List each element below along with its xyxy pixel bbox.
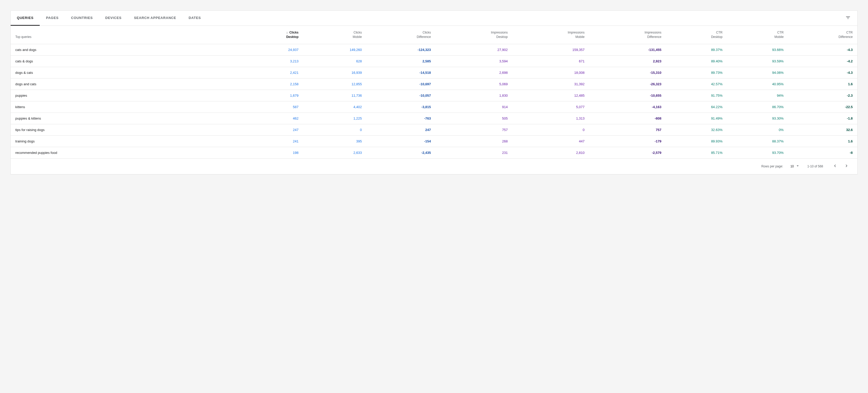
query-text: dogs and cats [15,82,36,86]
query-cell[interactable]: cats and dogs [11,44,240,55]
metric-cell: 268 [436,135,513,147]
query-text: tips for raising dogs [15,128,44,132]
query-cell[interactable]: puppies & kittens [11,113,240,124]
query-cell[interactable]: tips for raising dogs [11,124,240,135]
query-cell[interactable]: training dogs [11,135,240,147]
metric-cell: 757 [589,124,666,135]
column-header-label: Top queries [15,35,235,39]
queries-table-scroll[interactable]: Top queries↓ClicksDesktopClicksMobileCli… [11,26,857,159]
metric-cell: 11,736 [303,90,367,101]
metric-cell: 231 [436,147,513,158]
metric-cell: 32.63% [666,124,727,135]
column-header-line2: Mobile [732,35,783,39]
table-row: cats & dogs3,2136282,5853,5946712,92389.… [11,55,857,67]
query-text: puppies [15,93,27,97]
query-cell[interactable]: puppies [11,90,240,101]
table-row: puppies1,67911,736-10,0571,83012,485-10,… [11,90,857,101]
query-cell[interactable]: recommended puppies food [11,147,240,158]
column-header-line2: Mobile [517,35,585,39]
metric-cell: 24,937 [240,44,303,55]
query-cell[interactable]: cats & dogs [11,55,240,67]
metric-cell: 247 [367,124,436,135]
query-cell[interactable]: dogs and cats [11,78,240,90]
metric-cell: 2,810 [513,147,589,158]
column-header[interactable]: CTRDifference [788,26,857,44]
tab-search-appearance[interactable]: SEARCH APPEARANCE [128,11,183,26]
metric-cell: -2,579 [589,147,666,158]
tab-devices[interactable]: DEVICES [99,11,128,26]
metric-cell: 2,923 [589,55,666,67]
table-row: training dogs241395-154268447-17989.93%8… [11,135,857,147]
column-header-line1: Clicks [308,30,362,35]
metric-cell: 0% [727,124,788,135]
column-header[interactable]: ↓ClicksDesktop [240,26,303,44]
prev-page-button[interactable] [830,162,840,171]
tab-queries[interactable]: QUERIES [11,11,40,26]
column-header[interactable]: CTRMobile [727,26,788,44]
query-text: cats & dogs [15,59,33,63]
metric-cell: 0 [513,124,589,135]
metric-cell: -2.3 [788,90,857,101]
metric-cell: 2,698 [436,67,513,78]
metric-cell: 198 [240,147,303,158]
filter-list-icon [845,15,850,21]
table-row: recommended puppies food1982,633-2,43523… [11,147,857,158]
metric-cell: -763 [367,113,436,124]
query-text: training dogs [15,139,34,143]
sort-descending-icon: ↓ [286,30,288,35]
metric-cell: 247 [240,124,303,135]
filter-button[interactable] [843,13,853,23]
query-cell[interactable]: dogs & cats [11,67,240,78]
metric-cell: 32.6 [788,124,857,135]
metric-cell: -4,163 [589,101,666,113]
column-header[interactable]: ImpressionsMobile [513,26,589,44]
metric-cell: 671 [513,55,589,67]
column-header[interactable]: ClicksMobile [303,26,367,44]
metric-cell: 18,008 [513,67,589,78]
column-header[interactable]: CTRDesktop [666,26,727,44]
query-cell[interactable]: kittens [11,101,240,113]
column-header[interactable]: ClicksDifference [367,26,436,44]
table-row: dogs and cats2,15812,855-10,6975,06931,3… [11,78,857,90]
metric-cell: 395 [303,135,367,147]
metric-cell: 88.37% [727,135,788,147]
metric-cell: -14,518 [367,67,436,78]
metric-cell: -10,057 [367,90,436,101]
metric-cell: 447 [513,135,589,147]
tab-dates[interactable]: DATES [183,11,207,26]
metric-cell: 159,357 [513,44,589,55]
metric-cell: 3,213 [240,55,303,67]
tab-pages[interactable]: PAGES [40,11,65,26]
column-header-line2: Mobile [308,35,362,39]
metric-cell: 505 [436,113,513,124]
tab-countries[interactable]: COUNTRIES [65,11,99,26]
column-header[interactable]: Top queries [11,26,240,44]
metric-cell: -3,815 [367,101,436,113]
rows-per-page-select[interactable]: 10 [790,164,800,169]
column-header[interactable]: ImpressionsDifference [589,26,666,44]
rows-per-page-value: 10 [790,165,794,168]
metric-cell: 149,260 [303,44,367,55]
query-text: recommended puppies food [15,151,57,155]
metric-cell: 1,830 [436,90,513,101]
performance-report-card: QUERIESPAGESCOUNTRIESDEVICESSEARCH APPEA… [10,10,858,174]
metric-cell: -8 [788,147,857,158]
metric-cell: 91.75% [666,90,727,101]
metric-cell: 4,402 [303,101,367,113]
metric-cell: -26,323 [589,78,666,90]
next-page-button[interactable] [842,162,851,171]
metric-cell: -1.8 [788,113,857,124]
metric-cell: 241 [240,135,303,147]
metric-cell: 12,855 [303,78,367,90]
column-header[interactable]: ImpressionsDesktop [436,26,513,44]
column-header-line2: Desktop [244,35,299,39]
metric-cell: 27,902 [436,44,513,55]
metric-cell: 85.71% [666,147,727,158]
metric-cell: 757 [436,124,513,135]
query-text: cats and dogs [15,48,36,52]
metric-cell: 64.22% [666,101,727,113]
metric-cell: -154 [367,135,436,147]
metric-cell: 1,679 [240,90,303,101]
column-header-line1: CTR [732,30,783,35]
table-row: dogs & cats2,42116,939-14,5182,69818,008… [11,67,857,78]
